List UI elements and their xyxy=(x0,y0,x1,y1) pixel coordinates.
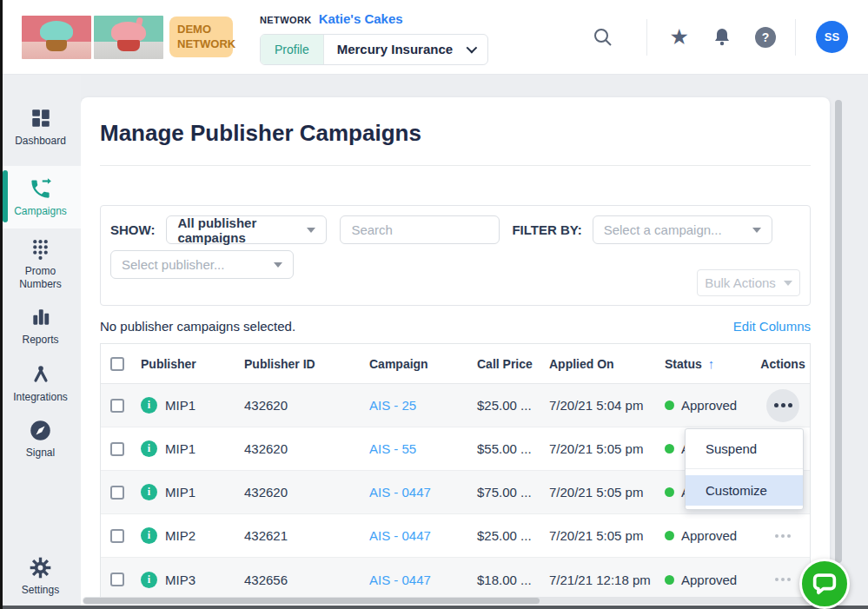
table-row: MIP1 432620 AIS - 25 $25.00 ... 7/20/21 … xyxy=(101,384,810,427)
col-header-applied-on[interactable]: Applied On xyxy=(542,344,658,383)
sidebar-item-settings[interactable]: Settings xyxy=(0,556,81,597)
call-price: $25.00 ... xyxy=(470,514,542,557)
profile-value: Mercury Insurance xyxy=(337,42,453,56)
sidebar-item-label: Integrations xyxy=(13,391,68,404)
campaign-link[interactable]: AIS - 0447 xyxy=(369,528,431,543)
campaign-filter-dropdown[interactable]: Select a campaign... xyxy=(593,215,772,244)
notifications-bell-icon[interactable] xyxy=(712,27,732,48)
publisher-id: 432620 xyxy=(237,471,362,513)
user-avatar[interactable]: SS xyxy=(816,21,848,53)
screen-edge-left xyxy=(0,0,3,609)
applied-on: 7/20/21 5:05 pm xyxy=(542,471,658,513)
caret-down-icon xyxy=(307,228,315,233)
row-checkbox[interactable] xyxy=(110,529,124,543)
status-dot-green xyxy=(665,531,674,540)
horizontal-scrollbar-thumb[interactable] xyxy=(83,598,540,604)
dialpad-icon xyxy=(30,237,51,260)
col-header-call-price[interactable]: Call Price xyxy=(470,344,542,383)
menu-item-suspend[interactable]: Suspend xyxy=(686,429,803,469)
search-input[interactable] xyxy=(340,215,500,244)
status-dot-green xyxy=(665,487,674,497)
sidebar-item-dashboard[interactable]: Dashboard xyxy=(0,107,81,148)
chevron-down-icon xyxy=(467,43,478,54)
sidebar-nav: Dashboard Campaigns Promo Numbers xyxy=(0,74,81,609)
row-checkbox[interactable] xyxy=(110,486,124,500)
profile-tab[interactable]: Profile xyxy=(261,35,324,64)
campaigns-phone-icon xyxy=(29,177,52,200)
call-price: $25.00 ... xyxy=(470,384,542,427)
favorites-star-icon[interactable]: ★ xyxy=(670,26,689,48)
caret-down-icon xyxy=(752,228,761,233)
publisher-filter-dropdown[interactable]: Select publisher... xyxy=(110,250,294,279)
col-header-status[interactable]: Status ↑ xyxy=(658,344,756,383)
table-row: MIP3 432656 AIS - 0447 $18.00 ... 7/21/2… xyxy=(101,558,810,601)
title-divider xyxy=(100,165,811,166)
show-label: SHOW: xyxy=(110,222,155,237)
col-header-publisher[interactable]: Publisher xyxy=(134,344,237,383)
page-title: Manage Publisher Campaigns xyxy=(100,120,811,146)
applied-on: 7/20/21 5:05 pm xyxy=(542,427,658,470)
call-price: $55.00 ... xyxy=(470,427,542,470)
row-actions-button[interactable] xyxy=(775,578,791,581)
sidebar-item-signal[interactable]: Signal xyxy=(0,419,81,460)
row-actions-button-active[interactable] xyxy=(766,389,799,422)
campaign-link[interactable]: AIS - 55 xyxy=(369,441,416,456)
sidebar-item-campaigns[interactable]: Campaigns xyxy=(0,166,81,228)
campaign-link[interactable]: AIS - 25 xyxy=(369,398,416,413)
info-icon[interactable] xyxy=(141,572,157,588)
chat-widget-button[interactable] xyxy=(799,559,850,609)
edit-columns-link[interactable]: Edit Columns xyxy=(733,319,811,334)
publisher-name: MIP3 xyxy=(165,573,195,587)
profile-selector: Profile Mercury Insurance xyxy=(260,34,488,65)
info-icon[interactable] xyxy=(141,440,157,457)
show-dropdown-value: All publisher campaigns xyxy=(177,215,307,245)
row-checkbox[interactable] xyxy=(110,573,124,586)
manage-campaigns-card: Manage Publisher Campaigns SHOW: All pub… xyxy=(81,97,830,609)
col-header-actions: Actions xyxy=(756,344,810,383)
bulk-actions-button[interactable]: Bulk Actions xyxy=(697,269,800,296)
col-header-publisher-id[interactable]: Publisher ID xyxy=(237,344,362,383)
row-checkbox[interactable] xyxy=(110,399,124,413)
show-dropdown[interactable]: All publisher campaigns xyxy=(166,215,327,244)
info-icon[interactable] xyxy=(141,484,157,500)
publisher-id: 432656 xyxy=(237,558,362,601)
sidebar-item-integrations[interactable]: Integrations xyxy=(0,363,81,404)
dashboard-icon xyxy=(30,107,52,129)
row-checkbox[interactable] xyxy=(110,442,124,456)
network-label: NETWORK xyxy=(260,15,312,25)
row-actions-button[interactable] xyxy=(775,534,791,538)
sidebar-item-label: Campaigns xyxy=(14,205,67,218)
vertical-scrollbar-thumb[interactable] xyxy=(835,100,842,563)
publisher-id: 432620 xyxy=(237,384,362,427)
table-header-row: Publisher Publisher ID Campaign Call Pri… xyxy=(101,344,810,384)
demo-network-badge: DEMO NETWORK xyxy=(169,17,233,58)
help-icon[interactable]: ? xyxy=(755,27,776,48)
status-dot-green xyxy=(665,400,674,410)
publisher-id: 432621 xyxy=(237,514,362,557)
horizontal-scrollbar-track xyxy=(83,597,838,605)
gear-icon xyxy=(29,556,52,579)
publisher-name: MIP1 xyxy=(165,441,195,456)
campaign-link[interactable]: AIS - 0447 xyxy=(369,573,431,587)
info-icon[interactable] xyxy=(141,527,157,544)
network-name-link[interactable]: Katie's Cakes xyxy=(319,11,403,26)
sidebar-item-label: Settings xyxy=(22,584,59,597)
menu-item-customize[interactable]: Customize xyxy=(686,475,803,506)
col-header-campaign[interactable]: Campaign xyxy=(362,344,470,383)
sidebar-item-promo-numbers[interactable]: Promo Numbers xyxy=(0,237,81,291)
search-icon[interactable] xyxy=(593,27,613,48)
sidebar-item-label: Promo Numbers xyxy=(15,265,67,291)
selection-status-text: No publisher campaigns selected. xyxy=(100,319,295,334)
select-all-checkbox[interactable] xyxy=(110,357,124,371)
campaign-link[interactable]: AIS - 0447 xyxy=(369,485,431,500)
network-logo[interactable] xyxy=(22,16,163,59)
info-icon[interactable] xyxy=(141,397,157,414)
status-badge: Approved xyxy=(681,573,737,587)
sort-ascending-icon[interactable]: ↑ xyxy=(708,356,715,371)
profile-value-dropdown[interactable]: Mercury Insurance xyxy=(324,35,487,64)
status-header-label: Status xyxy=(665,357,702,371)
topbar-divider xyxy=(646,19,647,56)
top-bar: DEMO NETWORK NETWORK Katie's Cakes Profi… xyxy=(0,0,868,74)
sidebar-item-reports[interactable]: Reports xyxy=(0,306,81,347)
caret-down-icon xyxy=(784,281,792,286)
